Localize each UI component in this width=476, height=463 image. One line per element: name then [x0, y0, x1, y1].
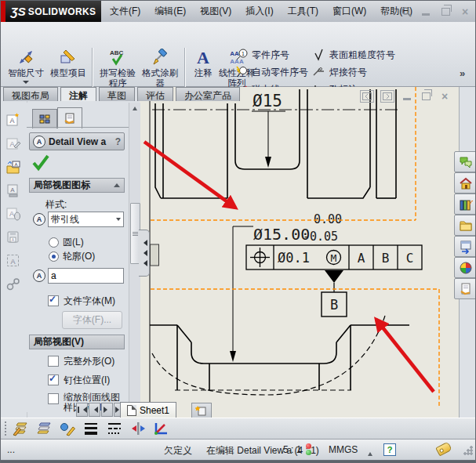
menu-view[interactable]: 视图(V) [193, 5, 238, 18]
group-detail-view[interactable]: 局部视图(V) [29, 335, 125, 349]
tab-evaluate[interactable]: 评估 [137, 87, 173, 101]
doc-restore-button[interactable] [420, 91, 432, 102]
sheet-navigation [76, 403, 125, 417]
note-pattern-icon[interactable]: A [4, 204, 23, 222]
collapse-arrow-icon[interactable] [114, 180, 120, 187]
document-font-checkbox[interactable]: 文件字体(M) [48, 295, 115, 308]
status-bar: ... 欠定义 在编辑 Detail View a (4 : 1) 5 : 1 … [1, 439, 475, 460]
restore-button[interactable] [439, 6, 452, 17]
toolbar-overflow-chevron[interactable]: » [460, 67, 465, 79]
view-palette-button[interactable] [454, 236, 476, 257]
layer-list-icon[interactable] [35, 421, 53, 436]
rebuild-status-icon [305, 443, 312, 456]
custom-properties-icon [459, 282, 473, 296]
resources-chat-button[interactable] [454, 151, 476, 172]
first-sheet-button[interactable] [76, 403, 88, 417]
units-caret-icon[interactable] [368, 447, 372, 458]
note-label: 注释 [194, 68, 213, 78]
tab-annotation[interactable]: 注解 [60, 87, 96, 101]
framed-note-icon[interactable]: A [4, 251, 23, 269]
custom-properties-button[interactable] [454, 278, 476, 299]
weld-symbol-button[interactable]: 焊接符号 [313, 66, 395, 78]
previous-sheet-button[interactable] [89, 403, 100, 417]
close-button[interactable]: × [459, 6, 471, 17]
edit-note-icon[interactable]: A [4, 134, 23, 152]
full-outline-checkbox[interactable]: 完整外形(O) [48, 355, 114, 368]
save-note-icon[interactable]: A [4, 228, 23, 246]
line-thickness-icon[interactable] [82, 421, 100, 436]
stamp-note-icon[interactable]: A [4, 181, 23, 199]
full-outline-checkbox-control[interactable] [48, 356, 59, 367]
menu-edit[interactable]: 编辑(E) [147, 5, 193, 18]
surface-finish-button[interactable]: 表面粗糙度符号 [313, 49, 395, 61]
format-painter-button[interactable]: 格式涂刷器 [139, 46, 181, 89]
document-font-checkbox-control[interactable] [48, 295, 59, 306]
title-bar: ƷS SOLIDWORKS 文件(F) 编辑(E) 视图(V) 插入(I) 工具… [1, 1, 475, 22]
menu-insert[interactable]: 插入(I) [238, 5, 280, 18]
minimize-button[interactable] [420, 6, 432, 17]
units-selector[interactable]: MMGS [329, 444, 358, 455]
next-sheet-button[interactable] [101, 403, 113, 417]
auto-balloon-button[interactable]: 自动零件序号 [235, 66, 308, 78]
property-manager-tab[interactable] [57, 107, 82, 128]
previous-pane-icon[interactable] [360, 90, 374, 103]
drawing-canvas[interactable]: Ø15 Ø15.00 0.00 [140, 87, 476, 418]
resources-home-button[interactable] [454, 172, 476, 194]
pin-position-checkbox[interactable]: 钉住位置(I) [48, 374, 110, 387]
balloon-button[interactable]: 1 零件序号 [235, 49, 308, 61]
scale-hatch-checkbox-control[interactable] [48, 393, 59, 404]
quick-tips-icon[interactable]: ? [383, 443, 396, 456]
dropdown-caret-icon[interactable] [23, 81, 29, 87]
dimension-tools-icon[interactable] [4, 275, 23, 293]
combo-caret-icon[interactable] [116, 218, 121, 223]
detail-label-input[interactable] [48, 268, 124, 284]
line-color-icon[interactable] [59, 421, 76, 436]
radio-profile-control[interactable] [49, 251, 59, 262]
hide-show-edges-icon[interactable] [129, 421, 147, 436]
svg-text:A: A [358, 251, 365, 266]
collapse-left-icon [140, 260, 147, 266]
toolbar-drag-handle[interactable] [5, 421, 9, 436]
sheet-tab[interactable]: Sheet1 [120, 402, 176, 418]
menu-file[interactable]: 文件(F) [103, 5, 147, 18]
panel-collapse-handle[interactable] [139, 230, 150, 277]
open-favorites-icon[interactable]: A [4, 157, 23, 175]
radio-circle-control[interactable] [49, 237, 59, 248]
scroll-up-icon[interactable] [130, 103, 140, 113]
next-pane-icon[interactable] [380, 90, 394, 103]
menu-tools[interactable]: 工具(T) [281, 5, 325, 18]
feature-manager-tab[interactable] [32, 109, 57, 128]
pin-position-checkbox-control[interactable] [48, 374, 59, 385]
line-style-icon[interactable] [106, 421, 123, 436]
tab-sketch[interactable]: 草图 [99, 87, 135, 101]
new-note-icon[interactable]: A [4, 110, 23, 128]
property-manager-panel: A Detail View a ? 局部视图图标 样式: A 带引线 圆(L) … [27, 103, 129, 412]
doc-close-button[interactable]: × [438, 91, 451, 102]
resize-grip[interactable] [463, 446, 473, 455]
doc-minimize-button[interactable] [401, 91, 413, 102]
design-library-button[interactable] [454, 194, 476, 215]
smart-dimension-button[interactable]: 智能尺寸 [4, 46, 48, 88]
layer-properties-icon[interactable] [12, 421, 29, 436]
group-detail-circle[interactable]: 局部视图图标 [29, 178, 125, 193]
tab-office-products[interactable]: 办公室产品 [176, 87, 240, 101]
note-button[interactable]: A 注释 [189, 46, 217, 79]
radio-profile[interactable]: 轮廓(O) [49, 250, 95, 263]
font-button[interactable]: 字体(F)... [62, 311, 122, 329]
ok-button[interactable] [31, 153, 51, 174]
status-editing-label: 在编辑 Detail View a (4 : 1) [206, 444, 319, 458]
add-sheet-button[interactable] [191, 403, 212, 418]
help-icon[interactable]: ? [115, 136, 121, 147]
style-combobox[interactable]: 带引线 [48, 212, 124, 227]
spell-checker-button[interactable]: ABC 拼写检验程序 [96, 46, 139, 89]
datum-origin-icon[interactable] [153, 421, 170, 436]
appearances-button[interactable] [454, 257, 476, 278]
file-explorer-button[interactable] [454, 215, 476, 236]
document-window-controls: × [360, 90, 451, 103]
menu-window[interactable]: 窗口(W) [325, 5, 373, 18]
radio-circle[interactable]: 圆(L) [49, 236, 84, 249]
search-icon[interactable] [400, 6, 412, 17]
tag-icon[interactable] [435, 441, 452, 456]
tab-view-layout[interactable]: 视图布局 [3, 87, 58, 101]
model-items-button[interactable]: 模型项目 [48, 46, 89, 79]
